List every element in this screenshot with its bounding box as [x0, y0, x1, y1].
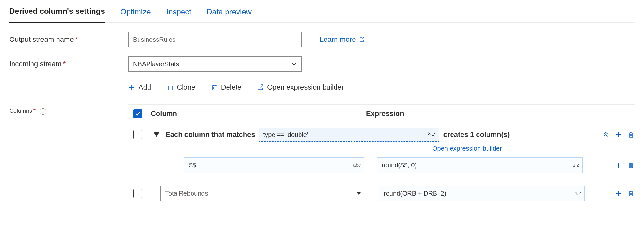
pattern-suffix: creates 1 column(s)	[443, 130, 510, 139]
trash-icon[interactable]	[628, 190, 635, 197]
output-stream-label: Output stream name*	[9, 35, 128, 44]
output-stream-input[interactable]	[128, 32, 302, 47]
clone-button[interactable]: Clone	[166, 83, 195, 92]
expression-input[interactable]: round(ORB + DRB, 2) 1.2	[379, 186, 585, 201]
pattern-expression-row: $$ abc round($$, 0) 1.2	[128, 155, 635, 175]
column-row: TotalRebounds round(ORB + DRB, 2) 1.2	[128, 181, 635, 206]
tab-optimize[interactable]: Optimize	[121, 7, 151, 22]
collapse-icon[interactable]	[603, 131, 609, 138]
learn-more-link[interactable]: Learn more	[320, 35, 365, 44]
type-badge-number: 1.2	[573, 163, 579, 168]
plus-icon	[128, 84, 135, 91]
select-all-checkbox[interactable]	[133, 109, 142, 118]
type-badge-abc: abc	[353, 163, 361, 168]
delete-button[interactable]: Delete	[211, 83, 242, 92]
incoming-stream-select[interactable]: NBAPlayerStats	[128, 56, 302, 72]
column-name-select[interactable]: TotalRebounds	[160, 186, 366, 201]
add-button[interactable]: Add	[128, 83, 151, 92]
caret-down-icon	[356, 191, 361, 196]
tabs-bar: Derived column's settings Optimize Inspe…	[9, 0, 635, 23]
plus-icon[interactable]	[615, 190, 622, 197]
trash-icon	[211, 84, 218, 91]
row-checkbox[interactable]	[133, 130, 142, 139]
plus-icon[interactable]	[615, 131, 622, 138]
trash-icon[interactable]	[628, 162, 635, 169]
open-expression-builder-button[interactable]: Open expression builder	[257, 83, 344, 92]
column-name-input[interactable]: $$ abc	[184, 157, 364, 173]
pattern-condition-input[interactable]: type == 'double'	[259, 128, 439, 142]
external-link-icon	[359, 36, 365, 43]
pattern-prefix: Each column that matches	[165, 130, 255, 139]
clear-validate-icon[interactable]	[428, 132, 435, 137]
row-checkbox[interactable]	[133, 189, 142, 198]
external-link-icon	[257, 84, 264, 91]
tab-settings[interactable]: Derived column's settings	[9, 7, 105, 23]
plus-icon[interactable]	[615, 162, 622, 169]
column-pattern-row: Each column that matches type == 'double…	[128, 123, 635, 146]
type-badge-number: 1.2	[575, 191, 581, 196]
svg-rect-0	[169, 86, 173, 90]
column-header-expression: Expression	[353, 110, 635, 118]
expression-input[interactable]: round($$, 0) 1.2	[377, 157, 583, 173]
trash-icon[interactable]	[628, 131, 635, 138]
expand-icon[interactable]	[154, 132, 159, 137]
info-icon[interactable]: i	[40, 108, 46, 115]
tab-inspect[interactable]: Inspect	[166, 7, 191, 22]
chevron-down-icon	[291, 61, 297, 67]
columns-toolbar: Add Clone Delete Open expression builder	[128, 83, 344, 92]
open-expression-builder-link[interactable]: Open expression builder	[432, 145, 635, 152]
column-header-column: Column	[148, 110, 353, 118]
columns-table-header: Column Expression	[128, 104, 635, 123]
copy-icon	[166, 84, 174, 91]
columns-label: Columns* i	[9, 104, 128, 115]
incoming-stream-label: Incoming stream*	[9, 60, 128, 68]
tab-data-preview[interactable]: Data preview	[207, 7, 252, 22]
